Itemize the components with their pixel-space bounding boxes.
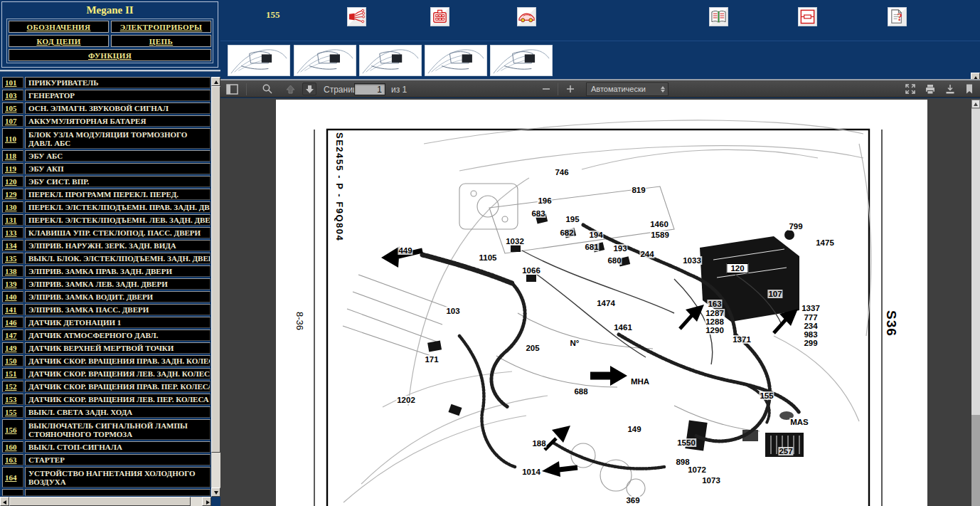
list-item: 130ПЕРЕКЛ. ЭЛСТЕКЛПОДЪЕМН. ПРАВ. ЗАДН. Д… [2,201,211,213]
nav-button-designations[interactable]: ОБОЗНАЧЕНИЯ [9,21,109,33]
sidebar-scroll-up-button[interactable] [211,77,220,86]
diagram-callout-196: 196 [537,196,552,205]
harness-icon[interactable] [347,7,366,26]
component-code-link[interactable]: 151 [2,368,23,379]
sidebar-scroll-left-button[interactable] [0,497,9,506]
component-code-link[interactable]: 118 [2,150,23,162]
zoom-out-button[interactable] [539,83,553,95]
component-code-link[interactable]: 101 [2,77,23,88]
component-code-link[interactable]: 135 [2,253,23,264]
component-code-link[interactable]: 155 [2,406,23,418]
component-code-link[interactable]: 141 [2,304,23,315]
engine-view-thumbnail-1[interactable] [228,45,290,76]
car-icon[interactable] [517,7,536,26]
nav-button-function[interactable]: ФУНКЦИЯ [9,49,211,61]
fuse-icon[interactable] [798,7,817,26]
component-code-link[interactable]: 164 [2,467,23,487]
presentation-mode-button[interactable] [903,83,917,95]
component-code-link[interactable]: 153 [2,394,23,405]
component-code-link[interactable]: 107 [2,115,23,127]
nav-buttons: ОБОЗНАЧЕНИЯ ЭЛЕКТРОПРИБОРЫ КОД ЦЕПИ ЦЕПЬ… [6,19,213,63]
sidebar-scrollbar-thumb[interactable] [211,86,220,453]
download-button[interactable] [943,83,957,95]
engine-view-thumbnail-3[interactable] [359,45,422,76]
diagram-callouts: 4497468191966831956821946811936801032110… [276,100,927,506]
diagram-callout-1460: 1460 [649,220,669,228]
component-code-link[interactable]: 129 [2,189,23,200]
sidebar-scroll-down-button[interactable] [211,487,220,497]
component-code-link[interactable]: 131 [2,214,23,226]
component-code-link[interactable]: 149 [2,342,23,354]
engine-view-thumbnail-4[interactable] [425,45,487,76]
list-item: 131ПЕРЕКЛ. ЭЛСТЕКЛПОДЪЕМН. ЛЕВ. ЗАДН. ДВ… [2,214,211,226]
print-button[interactable] [923,83,937,95]
component-code-link[interactable]: 140 [2,291,23,302]
thumbnail-strip [220,41,980,79]
engine-view-thumbnail-2[interactable] [294,45,356,76]
diagram-callout-234: 234 [803,322,818,330]
component-code-link[interactable]: 103 [2,90,23,101]
help-icon[interactable]: ? [888,7,907,26]
list-item: 164УСТРОЙСТВО НАГНЕТАНИЯ ХОЛОДНОГО ВОЗДУ… [2,467,211,487]
nav-button-electrical-devices[interactable]: ЭЛЕКТРОПРИБОРЫ [111,21,211,33]
component-code-link[interactable]: 105 [2,102,23,114]
diagram-callout-799: 799 [788,222,803,231]
component-code-link[interactable]: 152 [2,381,23,392]
bookmark-button[interactable] [962,83,976,95]
component-code-link[interactable]: 138 [2,265,23,277]
previous-page-button[interactable] [283,83,297,95]
diagram-callout-188: 188 [531,439,546,448]
nav-button-circuit-code[interactable]: КОД ЦЕПИ [9,35,109,47]
diagram-callout-1589: 1589 [650,231,670,239]
triangle-right-icon [206,500,210,505]
sidebar-toggle-button[interactable] [225,83,239,95]
component-code-link[interactable]: 119 [2,163,23,174]
nav-button-circuit[interactable]: ЦЕПЬ [111,35,211,47]
model-header: Megane II ОБОЗНАЧЕНИЯ ЭЛЕКТРОПРИБОРЫ КОД… [1,1,218,68]
diagram-callout-983: 983 [803,330,818,339]
next-page-button[interactable] [302,83,316,95]
sidebar-hscrollbar-thumb[interactable] [9,497,191,506]
component-code-link[interactable]: 156 [2,419,23,440]
engine-view-thumbnail-5[interactable] [490,45,553,76]
component-code-link[interactable]: 120 [2,176,23,187]
zoom-in-button[interactable] [563,83,577,95]
zoom-mode-select[interactable]: Автоматически [586,83,669,96]
component-code-link[interactable]: 146 [2,317,23,328]
component-label: ВЫКЛ. СВЕТА ЗАДН. ХОДА [25,406,211,418]
component-label: ПЕРЕКЛ. ЭЛСТЕКЛПОДЪЕМН. ПРАВ. ЗАДН. ДВЕР… [25,201,211,213]
component-label: БЛОК УЗЛА МОДУЛЯЦИИ ТОРМОЗНОГО ДАВЛ. АБС [25,128,211,149]
diagram-callout-1073: 1073 [701,476,721,485]
pdf-scrollbar-thumb[interactable] [971,109,980,415]
component-code-link[interactable]: 163 [2,454,23,465]
triangle-left-icon [3,500,6,505]
page-number-input[interactable] [354,83,385,95]
connector-icon[interactable] [430,7,449,26]
component-label: ОСН. ЭЛМАГН. ЗВУКОВОЙ СИГНАЛ [25,102,211,114]
component-code-link[interactable]: 133 [2,227,23,238]
search-button[interactable] [260,83,275,95]
component-code-link[interactable]: 139 [2,278,23,290]
component-code-link[interactable]: 147 [2,330,23,341]
list-item: 105ОСН. ЭЛМАГН. ЗВУКОВОЙ СИГНАЛ [2,102,211,114]
zoom-mode-value: Автоматически [591,85,646,93]
sidebar-scroll-right-button[interactable] [202,497,211,506]
component-code-link[interactable]: 160 [2,441,23,453]
list-item: 107АККУМУЛЯТОРНАЯ БАТАРЕЯ [2,115,211,127]
divider [246,83,247,95]
pdf-scroll-up-button[interactable] [971,100,980,108]
component-code-link[interactable] [2,489,23,496]
component-code-link[interactable]: 110 [2,128,23,149]
list-item: 134ЭЛПРИВ. НАРУЖН. ЗЕРК. ЗАДН. ВИДА [2,240,211,251]
component-code-link[interactable]: 130 [2,201,23,213]
list-item: 141ЭЛПРИВ. ЗАМКА ПАСС. ДВЕРИ [2,304,211,315]
component-label: ЭБУ СИСТ. ВПР. [25,176,211,187]
divider [0,70,220,72]
component-code-link[interactable]: 134 [2,240,23,251]
list-item: 146ДАТЧИК ДЕТОНАЦИИ 1 [2,317,211,328]
component-code-link[interactable]: 150 [2,355,23,367]
wiring-book-icon[interactable] [709,7,728,26]
list-item: 163СТАРТЕР [2,454,211,465]
list-item: 149ДАТЧИК ВЕРХНЕЙ МЕРТВОЙ ТОЧКИ [2,342,211,354]
diagram-callout-MHA: MHA [630,377,650,386]
